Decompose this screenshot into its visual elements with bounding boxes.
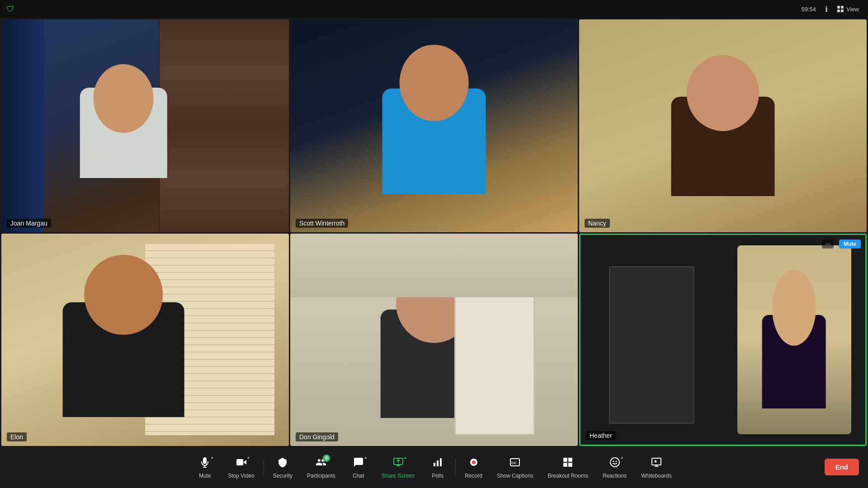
reactions-label: Reactions — [603, 473, 627, 479]
view-button[interactable]: View — [837, 5, 859, 13]
svg-rect-13 — [440, 458, 442, 466]
polls-label: Polls — [432, 473, 443, 479]
microphone-icon: ▲ — [199, 457, 210, 470]
participant-name-nancy: Nancy — [585, 219, 610, 228]
participant-name-elon: Elon — [7, 432, 27, 441]
mute-badge[interactable]: Mute — [839, 239, 861, 249]
security-icon — [277, 457, 288, 470]
captions-icon: CC — [509, 457, 520, 470]
whiteboards-label: Whiteboards — [641, 473, 671, 479]
video-caret[interactable]: ▲ — [247, 455, 250, 460]
svg-rect-7 — [236, 459, 243, 465]
participant-name-joan: Joan Margau — [7, 219, 51, 228]
separator-2 — [455, 459, 456, 477]
participants-caret[interactable]: ▲ — [327, 455, 330, 460]
svg-rect-18 — [563, 458, 567, 462]
participant-cell-joan[interactable]: Joan Margau — [1, 19, 289, 232]
share-screen-button[interactable]: ▲ Share Screen — [374, 453, 422, 483]
breakout-rooms-label: Breakout Rooms — [548, 473, 588, 479]
whiteboards-button[interactable]: Whiteboards — [634, 453, 679, 483]
show-captions-label: Show Captions — [497, 473, 533, 479]
more-options-badge[interactable]: ··· — [822, 239, 834, 249]
captions-svg: CC — [509, 457, 520, 468]
chat-caret[interactable]: ▲ — [364, 455, 368, 460]
chat-icon: ▲ — [353, 457, 364, 470]
record-icon — [468, 457, 479, 470]
participant-cell-scott[interactable]: Scott Winterroth — [290, 19, 578, 232]
participant-cell-elon[interactable]: Elon — [1, 234, 289, 446]
mute-caret[interactable]: ▲ — [210, 455, 214, 460]
mute-button[interactable]: ▲ Mute — [189, 453, 221, 483]
svg-rect-11 — [434, 463, 435, 466]
svg-rect-3 — [841, 9, 844, 12]
breakout-rooms-button[interactable]: Breakout Rooms — [541, 453, 595, 483]
participant-cell-heather[interactable]: Heather Mute ··· — [579, 234, 867, 446]
participants-button[interactable]: 6 ▲ Participants — [300, 453, 343, 483]
svg-point-15 — [472, 460, 476, 464]
polls-svg — [432, 457, 443, 468]
stop-video-label: Stop Video — [228, 473, 255, 479]
svg-rect-1 — [841, 6, 844, 9]
record-svg — [468, 457, 479, 468]
participants-icon: 6 ▲ — [316, 457, 326, 470]
video-svg — [236, 457, 247, 468]
svg-point-23 — [613, 460, 614, 462]
svg-rect-20 — [563, 463, 567, 467]
reactions-svg — [609, 457, 620, 468]
reactions-button[interactable]: ▲ Reactions — [595, 453, 634, 483]
top-bar: 🛡 59:54 ℹ View — [0, 0, 868, 18]
polls-button[interactable]: Polls — [422, 453, 453, 483]
end-label: End — [835, 463, 848, 471]
mute-label: Mute — [199, 473, 211, 479]
breakout-icon — [562, 457, 573, 470]
svg-rect-2 — [837, 9, 840, 12]
grid-icon — [837, 5, 844, 13]
participant-name-heather: Heather — [586, 431, 616, 440]
toolbar: ▲ Mute ▲ Stop Video Security 6 — [0, 447, 868, 488]
svg-rect-12 — [437, 460, 439, 466]
video-grid: Joan Margau Scott Winterroth Nancy Elon — [0, 18, 868, 447]
separator-1 — [264, 459, 264, 477]
show-captions-button[interactable]: CC Show Captions — [490, 453, 541, 483]
security-label: Security — [273, 473, 292, 479]
record-button[interactable]: Record — [458, 453, 490, 483]
svg-text:CC: CC — [511, 461, 517, 465]
chat-svg — [353, 457, 364, 468]
breakout-svg — [562, 457, 573, 468]
participant-name-scott: Scott Winterroth — [296, 219, 348, 228]
mic-svg — [199, 457, 210, 468]
record-label: Record — [465, 473, 482, 479]
chat-label: Chat — [353, 473, 364, 479]
share-svg — [393, 457, 404, 468]
security-button[interactable]: Security — [266, 453, 300, 483]
info-icon[interactable]: ℹ — [825, 5, 828, 14]
participants-label: Participants — [307, 473, 335, 479]
shield-icon: 🛡 — [6, 5, 14, 14]
view-label: View — [846, 6, 859, 13]
participant-cell-nancy[interactable]: Nancy — [579, 19, 867, 232]
svg-rect-21 — [568, 463, 572, 467]
stop-video-button[interactable]: ▲ Stop Video — [221, 453, 262, 483]
chat-button[interactable]: ▲ Chat — [343, 453, 374, 483]
whiteboards-svg — [651, 457, 662, 468]
share-screen-caret[interactable]: ▲ — [404, 455, 407, 460]
svg-marker-6 — [243, 460, 246, 465]
whiteboards-icon — [651, 457, 662, 470]
timer-display: 59:54 — [802, 6, 816, 13]
svg-rect-0 — [837, 6, 840, 9]
end-button[interactable]: End — [825, 459, 859, 475]
share-screen-icon: ▲ — [393, 457, 404, 470]
shield-svg — [277, 457, 288, 468]
reactions-caret[interactable]: ▲ — [620, 455, 624, 460]
participant-name-don: Don Gingold — [296, 432, 338, 441]
polls-icon — [432, 457, 443, 470]
video-icon: ▲ — [236, 457, 247, 470]
svg-point-24 — [615, 460, 617, 462]
participant-cell-don[interactable]: Don Gingold — [290, 234, 578, 446]
svg-point-22 — [610, 458, 619, 467]
svg-rect-19 — [568, 458, 572, 462]
share-screen-label: Share Screen — [382, 473, 415, 479]
reactions-icon: ▲ — [609, 457, 620, 470]
